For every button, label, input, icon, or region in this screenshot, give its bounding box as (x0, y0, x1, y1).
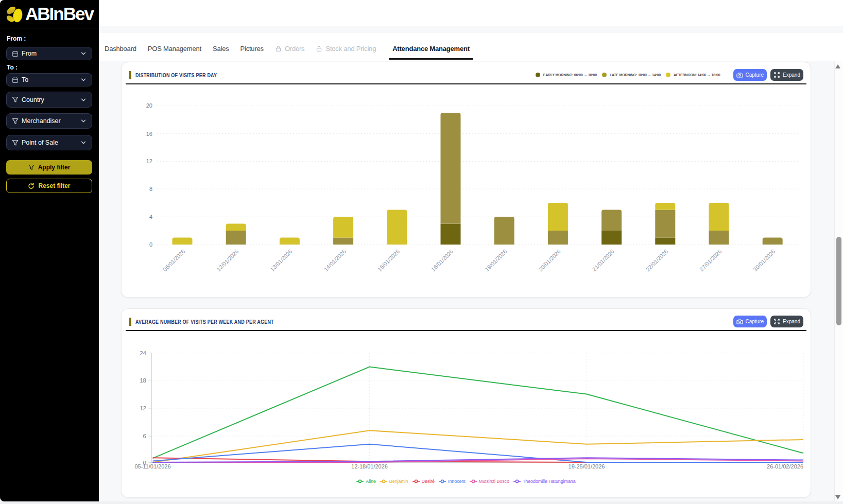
svg-text:16/01/2026: 16/01/2026 (430, 248, 454, 272)
svg-text:21/01/2026: 21/01/2026 (591, 248, 615, 272)
svg-text:24: 24 (140, 350, 146, 356)
svg-text:4: 4 (149, 214, 152, 220)
svg-text:26-01/02/2026: 26-01/02/2026 (767, 463, 803, 470)
svg-text:12/01/2026: 12/01/2026 (215, 248, 239, 272)
svg-text:06/01/2026: 06/01/2026 (162, 248, 186, 272)
svg-text:12: 12 (140, 405, 146, 411)
svg-text:12-18/01/2026: 12-18/01/2026 (351, 463, 388, 470)
svg-text:05-11/01/2026: 05-11/01/2026 (134, 463, 170, 470)
svg-text:20: 20 (146, 102, 152, 109)
svg-text:19-25/01/2026: 19-25/01/2026 (569, 463, 605, 470)
svg-text:0: 0 (149, 241, 152, 248)
svg-text:20/01/2026: 20/01/2026 (537, 248, 561, 272)
svg-text:15/01/2026: 15/01/2026 (376, 248, 401, 272)
svg-text:22/01/2026: 22/01/2026 (645, 248, 669, 272)
svg-text:18: 18 (140, 377, 146, 384)
svg-text:16: 16 (146, 131, 152, 137)
svg-text:27/01/2026: 27/01/2026 (698, 248, 722, 272)
svg-text:30/01/2026: 30/01/2026 (752, 248, 776, 272)
svg-text:12: 12 (146, 158, 152, 164)
svg-text:14/01/2026: 14/01/2026 (323, 248, 347, 272)
svg-text:8: 8 (149, 186, 152, 192)
svg-text:19/01/2026: 19/01/2026 (484, 248, 508, 272)
svg-text:6: 6 (143, 433, 146, 439)
svg-text:13/01/2026: 13/01/2026 (269, 248, 293, 272)
